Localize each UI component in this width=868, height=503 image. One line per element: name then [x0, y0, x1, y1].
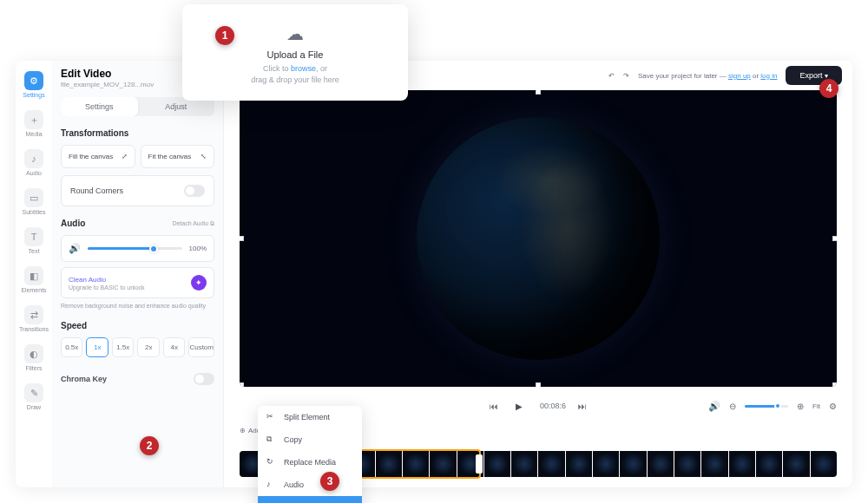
resize-handle[interactable] [832, 236, 837, 241]
upload-desc: Click to browse, ordrag & drop your file… [200, 63, 391, 85]
pencil-icon: ✎ [24, 383, 43, 402]
nav-filters[interactable]: ◐Filters [16, 339, 52, 376]
contrast-icon: ◐ [24, 344, 43, 363]
resize-handle[interactable] [536, 90, 541, 95]
nav-rail: ⚙Settings ＋Media ♪Audio ▭Subtitles TText… [16, 61, 52, 487]
browse-link[interactable]: browse [291, 64, 316, 73]
fit-button[interactable]: Fit [812, 402, 820, 410]
annotation-4: 4 [819, 79, 838, 98]
refresh-icon: ↻ [266, 457, 277, 467]
round-corners-toggle[interactable]: Round Corners [61, 175, 214, 206]
context-menu: ✂Split Element ⧉Copy ↻Replace Media ♪Aud… [258, 406, 362, 503]
resize-handle[interactable] [240, 382, 244, 387]
nav-text[interactable]: TText [16, 222, 52, 259]
playback-time: 00:08:6 [540, 402, 566, 410]
toggle-switch[interactable] [194, 373, 214, 385]
nav-draw[interactable]: ✎Draw [16, 378, 52, 415]
speed-label: Speed [61, 321, 214, 330]
fit-canvas-button[interactable]: Fit the canvas⤡ [141, 145, 215, 168]
volume-row: 🔊 100% [61, 235, 214, 262]
speaker-icon[interactable]: 🔊 [708, 401, 720, 412]
volume-percent: 100% [189, 245, 207, 252]
nav-settings[interactable]: ⚙Settings [16, 66, 52, 103]
annotation-1: 1 [215, 26, 234, 45]
annotation-2: 2 [140, 436, 159, 455]
expand-icon: ⤢ [122, 153, 128, 160]
speed-section: Speed 0.5x 1x 1.5x 2x 4x Custom [61, 321, 214, 357]
music-icon: ♪ [266, 480, 277, 490]
nav-subtitles[interactable]: ▭Subtitles [16, 183, 52, 220]
transition-icon: ⇄ [24, 305, 43, 324]
sparkle-icon: ✦ [191, 275, 207, 291]
upload-card[interactable]: ☁ Upload a File Click to browse, ordrag … [182, 4, 408, 101]
redo-icon[interactable]: ↷ [623, 72, 629, 80]
annotation-3: 3 [320, 472, 339, 491]
text-icon: T [24, 227, 43, 246]
ctx-copy[interactable]: ⧉Copy [258, 428, 362, 451]
audio-label: Audio [61, 219, 85, 228]
skip-back-icon[interactable]: ⏮ [490, 402, 498, 411]
undo-icon[interactable]: ↶ [608, 72, 615, 80]
resize-handle[interactable] [536, 382, 541, 387]
zoom-slider[interactable] [745, 405, 788, 408]
ctx-replace[interactable]: ↻Replace Media [258, 451, 362, 474]
speed-0-5x[interactable]: 0.5x [61, 337, 82, 357]
plus-icon: ＋ [24, 110, 43, 129]
signup-link[interactable]: sign up [728, 72, 751, 80]
zoom-out-icon[interactable]: ⊖ [729, 402, 736, 411]
nav-elements[interactable]: ◧Elements [16, 261, 52, 298]
transformations-label: Transformations [61, 128, 214, 138]
chroma-key-toggle[interactable]: Chroma Key [61, 369, 214, 389]
shapes-icon: ◧ [24, 266, 43, 285]
speaker-icon[interactable]: 🔊 [69, 243, 81, 254]
video-frame [417, 117, 660, 360]
video-preview[interactable] [240, 90, 837, 387]
settings-icon[interactable]: ⚙ [829, 402, 837, 411]
fill-canvas-button[interactable]: Fill the canvas⤢ [61, 145, 135, 168]
music-icon: ♪ [24, 149, 43, 168]
play-icon[interactable]: ▶ [510, 397, 528, 415]
login-link[interactable]: log in [760, 72, 777, 80]
speed-1-5x[interactable]: 1.5x [112, 337, 134, 357]
save-prompt: Save your project for later — sign up or… [638, 72, 778, 80]
video-editor-app: ⚙Settings ＋Media ♪Audio ▭Subtitles TText… [16, 61, 852, 487]
toggle-switch[interactable] [184, 185, 205, 197]
compress-icon: ⤡ [201, 153, 207, 160]
audio-note: Remove background noise and enhance audi… [61, 303, 214, 309]
nav-transitions[interactable]: ⇄Transitions [16, 300, 52, 337]
nav-media[interactable]: ＋Media [16, 105, 52, 142]
resize-handle[interactable] [240, 236, 244, 241]
cc-icon: ▭ [24, 188, 43, 207]
transformations-section: Transformations Fill the canvas⤢ Fit the… [61, 128, 214, 206]
speed-1x[interactable]: 1x [86, 337, 108, 357]
tab-settings[interactable]: Settings [61, 97, 138, 116]
settings-panel: Edit Video file_example_MOV_128...mov Se… [52, 61, 224, 487]
plus-circle-icon: ⊕ [240, 427, 246, 434]
ctx-audio[interactable]: ♪Audio [258, 474, 362, 496]
copy-icon: ⧉ [266, 434, 277, 445]
volume-slider[interactable] [88, 247, 182, 250]
clean-audio-card[interactable]: Clean Audio Upgrade to BASIC to unlock ✦ [61, 267, 214, 298]
audio-section: Audio Detach Audio ⧉ 🔊 100% Clean Audio … [61, 219, 214, 309]
ctx-split[interactable]: ✂Split Element [258, 406, 362, 428]
skip-forward-icon[interactable]: ⏭ [578, 402, 587, 411]
scissors-icon: ✂ [266, 412, 277, 422]
speed-custom[interactable]: Custom [188, 337, 214, 357]
ctx-delete[interactable]: 🗑Delete [258, 496, 362, 503]
chroma-section: Chroma Key [61, 369, 214, 389]
gear-icon: ⚙ [24, 71, 43, 90]
nav-audio[interactable]: ♪Audio [16, 144, 52, 181]
detach-audio-link[interactable]: Detach Audio ⧉ [172, 220, 214, 227]
zoom-in-icon[interactable]: ⊕ [797, 402, 804, 411]
upload-title: Upload a File [200, 49, 391, 60]
speed-4x[interactable]: 4x [163, 337, 185, 357]
speed-2x[interactable]: 2x [137, 337, 159, 357]
resize-handle[interactable] [832, 382, 837, 387]
